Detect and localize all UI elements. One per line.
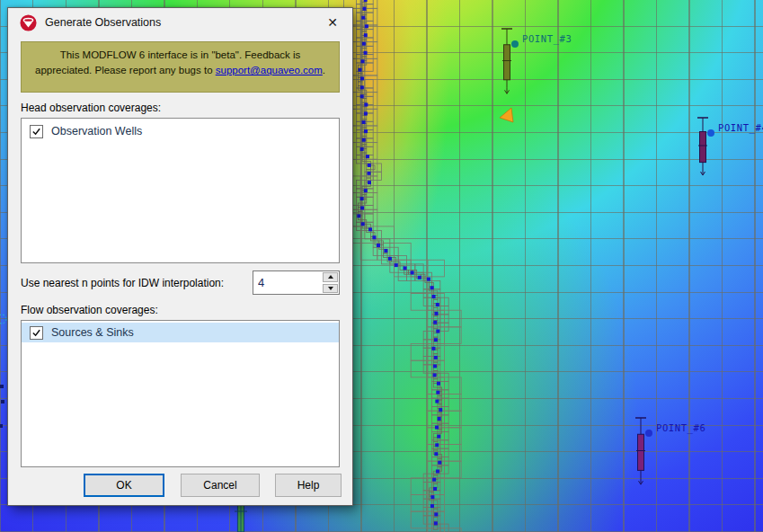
help-button[interactable]: Help (275, 474, 342, 497)
point-label: POINT_#6 (656, 422, 705, 434)
point-label: POINT_#3 (522, 33, 572, 45)
list-item-sources-sinks[interactable]: Sources & Sinks (22, 323, 339, 342)
app-screen: POINT_#3POINT_#4POINT_#6 Generate Observ… (0, 0, 763, 532)
checkbox-checked-icon[interactable] (30, 326, 43, 340)
point-dot (511, 40, 519, 48)
flow-coverages-listbox[interactable]: Sources & Sinks (21, 320, 340, 467)
edge-circle-marker (0, 315, 6, 324)
support-email-link[interactable]: support@aquaveo.com (216, 65, 323, 75)
edge-dot-marker (0, 385, 4, 388)
checkbox-checked-icon[interactable] (30, 125, 43, 138)
generate-observations-dialog: Generate Observations ✕ This MODFLOW 6 i… (7, 7, 353, 506)
head-coverages-label: Head observation coverages: (21, 102, 340, 114)
point-label: POINT_#4 (718, 122, 763, 134)
triangle-up-icon (328, 275, 333, 279)
spin-up-button[interactable] (323, 272, 338, 282)
dialog-titlebar[interactable]: Generate Observations ✕ (8, 8, 352, 37)
aquaveo-logo-icon (20, 14, 37, 31)
observation-well[interactable]: POINT_#6 (635, 418, 705, 484)
edge-dot-marker (1, 400, 4, 403)
list-item-label: Sources & Sinks (51, 326, 134, 339)
list-item-label: Observation Wells (51, 125, 142, 137)
refine-point-marker (500, 108, 513, 122)
close-icon[interactable]: ✕ (318, 12, 347, 33)
edge-dot-marker (0, 424, 3, 428)
idw-spinner (323, 271, 339, 294)
triangle-down-icon (328, 287, 333, 290)
dialog-title: Generate Observations (45, 16, 161, 29)
idw-row: Use nearest n points for IDW interpolati… (21, 270, 340, 295)
dialog-buttons: OK Cancel Help (8, 474, 352, 498)
spin-down-button[interactable] (323, 284, 338, 294)
idw-points-input[interactable] (253, 271, 323, 294)
point-dot (707, 129, 714, 137)
list-item-observation-wells[interactable]: Observation Wells (22, 121, 339, 141)
observation-well[interactable]: POINT_#4 (697, 118, 763, 175)
ok-button[interactable]: OK (84, 474, 164, 497)
cancel-button[interactable]: Cancel (181, 474, 260, 497)
idw-label: Use nearest n points for IDW interpolati… (21, 277, 224, 289)
observation-well[interactable]: POINT_#3 (501, 29, 572, 93)
point-dot (645, 430, 652, 437)
flow-coverages-label: Flow observation coverages: (21, 304, 340, 316)
head-coverages-listbox[interactable]: Observation Wells (21, 118, 340, 263)
banner-text-suffix: . (323, 65, 325, 75)
idw-spinbox (253, 270, 340, 295)
beta-notice-banner: This MODFLOW 6 interface is in "beta". F… (21, 41, 340, 93)
